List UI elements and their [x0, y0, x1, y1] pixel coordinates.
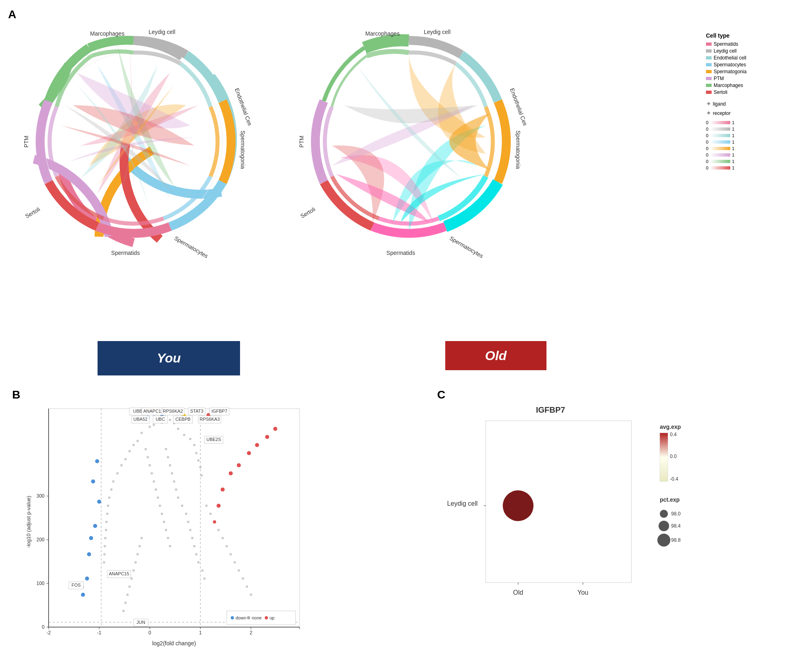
scale-endothelial: 0 1 [706, 133, 787, 138]
svg-text:IGFBP7: IGFBP7 [211, 409, 227, 413]
svg-point-208 [657, 534, 670, 547]
svg-text:UBB: UBB [133, 409, 142, 413]
svg-text:Spermatogonia: Spermatogonia [240, 131, 246, 169]
svg-point-77 [217, 529, 220, 531]
legend-item-ptm: PTM [706, 76, 787, 81]
svg-point-206 [659, 521, 669, 531]
legend-item-spermatids: Spermatids [706, 41, 787, 47]
svg-point-34 [193, 444, 196, 446]
receptor-legend: ✦ receptor [706, 109, 787, 117]
svg-text:-1: -1 [97, 630, 102, 636]
you-label: You [98, 341, 240, 375]
legend-container: Cell type Spermatids Leydig cell Endothe… [706, 32, 787, 172]
legend-title: Cell type [706, 32, 787, 39]
svg-point-35 [128, 450, 131, 452]
svg-text:RPS6KA2: RPS6KA2 [163, 409, 183, 413]
svg-point-65 [177, 496, 179, 499]
svg-point-107 [87, 552, 91, 556]
chord-diagram-left: Marcophages Leydig cell Endothelial Cell… [16, 24, 251, 269]
svg-point-45 [108, 496, 111, 499]
svg-rect-199 [660, 433, 668, 481]
svg-point-109 [85, 577, 89, 581]
svg-text:Spermatogonia: Spermatogonia [515, 131, 521, 169]
svg-text:ANAPC15: ANAPC15 [109, 571, 129, 576]
svg-text:down: down [236, 615, 246, 620]
svg-text:log2(fold change): log2(fold change) [152, 640, 196, 647]
svg-text:Leydig cell: Leydig cell [447, 500, 478, 507]
svg-text:300: 300 [36, 493, 45, 499]
endothelial-label: Endothelial cell [714, 55, 746, 61]
svg-text:Leydig cell: Leydig cell [424, 29, 451, 35]
svg-point-97 [138, 545, 141, 547]
svg-text:Spermatids: Spermatids [111, 250, 140, 256]
volcano-plot: UBB ANAPC11 RPS6KA2 STAT3 IGFBP7 UBA52 U… [24, 401, 316, 651]
svg-text:0.0: 0.0 [670, 454, 677, 459]
sertoli-color [706, 91, 712, 94]
svg-point-37 [124, 458, 127, 460]
scale-ptm: 0 1 [706, 153, 787, 157]
svg-point-26 [149, 426, 151, 428]
scale-spermatids: 0 1 [706, 120, 787, 125]
svg-point-73 [197, 561, 200, 564]
scale-spermatogonia: 0 1 [706, 146, 787, 151]
svg-point-95 [169, 545, 171, 547]
svg-point-31 [136, 440, 139, 442]
svg-text:98.0: 98.0 [671, 511, 681, 517]
svg-point-90 [159, 505, 161, 507]
svg-point-51 [104, 545, 106, 547]
scale-leydig: 0 1 [706, 127, 787, 131]
svg-point-103 [126, 594, 129, 596]
svg-point-72 [195, 553, 198, 555]
svg-point-83 [242, 577, 244, 580]
svg-text:98.4: 98.4 [671, 523, 681, 529]
svg-text:Sertoli: Sertoli [24, 206, 41, 220]
legend-item-endothelial: Endothelial cell [706, 55, 787, 61]
svg-text:200: 200 [36, 537, 45, 543]
svg-point-93 [165, 529, 167, 531]
svg-point-86 [201, 569, 204, 572]
legend-item-sertoli: Sertoli [706, 89, 787, 95]
svg-point-119 [265, 435, 269, 439]
svg-point-105 [122, 610, 125, 612]
leydig-color [706, 49, 712, 53]
svg-text:Marcophages: Marcophages [366, 30, 400, 37]
svg-point-38 [197, 459, 200, 462]
svg-text:pct.exp: pct.exp [660, 496, 680, 503]
svg-text:STAT3: STAT3 [190, 409, 204, 413]
svg-point-57 [151, 472, 153, 475]
svg-point-80 [230, 553, 232, 555]
svg-point-54 [145, 448, 147, 450]
svg-point-120 [273, 427, 277, 431]
svg-text:up: up [270, 615, 274, 620]
svg-point-94 [167, 537, 169, 539]
svg-point-61 [169, 464, 171, 466]
svg-text:You: You [578, 589, 589, 596]
svg-text:avg.exp: avg.exp [660, 424, 681, 430]
svg-text:Marcophages: Marcophages [90, 30, 125, 37]
scale-spermatocytes: 0 1 [706, 140, 787, 144]
svg-point-43 [112, 480, 115, 483]
spermatogonia-label: Spermatogonia [714, 69, 746, 74]
receptor-label: receptor [713, 110, 731, 116]
old-label: Old [445, 341, 546, 370]
svg-point-70 [191, 537, 193, 539]
legend-item-spermatogonia: Spermatogonia [706, 69, 787, 74]
svg-point-87 [203, 577, 206, 580]
svg-point-44 [110, 488, 113, 491]
svg-point-114 [221, 488, 225, 492]
svg-text:JUN: JUN [136, 620, 145, 625]
svg-point-55 [147, 456, 149, 458]
spermatids-color [706, 42, 712, 46]
svg-rect-17 [49, 409, 300, 627]
svg-point-186 [231, 616, 234, 619]
svg-text:-log10 (adjust p-value): -log10 (adjust p-value) [26, 496, 32, 548]
spermatogonia-color [706, 70, 712, 73]
svg-text:-0.4: -0.4 [670, 476, 678, 482]
svg-point-69 [189, 529, 191, 531]
spermatocytes-color [706, 63, 712, 66]
svg-point-68 [187, 521, 189, 523]
svg-text:Leydig cell: Leydig cell [149, 29, 175, 35]
svg-text:Spermatocytes: Spermatocytes [449, 235, 485, 259]
legend-item-macrophages: Marcophages [706, 83, 787, 88]
svg-point-104 [124, 602, 127, 604]
